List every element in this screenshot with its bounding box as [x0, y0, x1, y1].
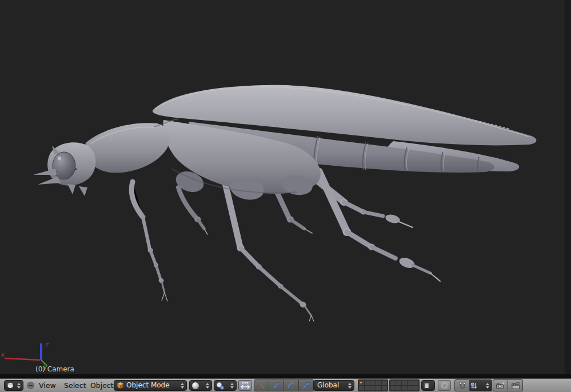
snap-element-stepper[interactable]	[484, 383, 492, 389]
active-camera-label: (0) Camera	[35, 365, 74, 373]
editor-type-selector[interactable]	[4, 380, 23, 391]
insect-leg-far-front	[178, 187, 207, 234]
scale-manipulator-button[interactable]	[299, 379, 314, 391]
orientation-value: Global	[317, 381, 342, 390]
rotate-arc-icon	[287, 381, 296, 390]
axis-x-label: x	[1, 351, 5, 358]
snap-element-dropdown[interactable]	[470, 379, 492, 391]
manipulate-centers-icon	[241, 381, 250, 390]
insect-leg-hind-lower	[319, 171, 440, 281]
active-layer-dot	[360, 381, 362, 384]
blender-window: x z y (0) Camera − View Select Object	[0, 0, 571, 392]
layer-buttons-group-1[interactable]	[358, 380, 388, 391]
insect-leg-mid	[224, 178, 314, 321]
scene-lock-button[interactable]	[421, 380, 435, 391]
pivot-stepper[interactable]	[228, 383, 236, 389]
viewport-edge	[0, 374, 571, 378]
median-point-icon	[216, 382, 224, 390]
minus-circle-icon: −	[27, 382, 34, 389]
mode-stepper[interactable]	[178, 383, 186, 389]
3d-viewport-cube-icon	[6, 382, 14, 390]
editor-type-stepper[interactable]	[15, 383, 23, 389]
scale-square-icon	[302, 381, 310, 390]
proportional-edit-button[interactable]	[438, 380, 451, 391]
magnet-icon	[458, 382, 466, 390]
insect-model-render[interactable]	[0, 0, 571, 374]
3d-viewport[interactable]: x z y (0) Camera	[0, 0, 571, 374]
clapperboard-icon	[511, 381, 520, 390]
scene-lock-chain-icon	[424, 382, 433, 390]
manipulator-axes-icon	[257, 381, 266, 390]
camera-frame-border	[565, 0, 571, 374]
layer-buttons-group-2[interactable]	[389, 380, 420, 391]
insect-leg-front	[131, 182, 167, 301]
menu-object[interactable]: Object	[88, 380, 116, 391]
solid-shading-sphere-icon	[191, 382, 199, 390]
translate-manipulator-button[interactable]	[269, 379, 284, 391]
manipulator-button-group	[254, 380, 314, 391]
opengl-render-button[interactable]	[493, 379, 508, 391]
interaction-mode-dropdown[interactable]: Object Mode	[114, 380, 187, 391]
manipulator-toggle-button[interactable]	[254, 379, 269, 391]
rotate-manipulator-button[interactable]	[284, 379, 299, 391]
snap-increment-icon	[470, 382, 478, 390]
viewport-shading-dropdown[interactable]	[189, 380, 212, 391]
opengl-render-anim-button[interactable]	[508, 379, 523, 391]
camera-star-icon	[496, 381, 505, 390]
proportional-circle-icon	[441, 382, 449, 390]
viewport-header: − View Select Object Object Mode	[0, 378, 571, 392]
translate-arrow-icon	[272, 381, 281, 390]
menu-view[interactable]: View	[37, 380, 58, 391]
orange-cube-icon	[117, 382, 124, 389]
collapse-menus-button[interactable]: −	[27, 380, 34, 391]
snap-toggle-button[interactable]	[454, 379, 470, 391]
snap-button-group	[454, 380, 492, 391]
pivot-point-dropdown[interactable]	[214, 380, 237, 391]
opengl-render-group	[493, 380, 523, 391]
interaction-mode-value: Object Mode	[124, 381, 173, 390]
manipulate-centers-toggle[interactable]	[238, 380, 252, 391]
menu-select[interactable]: Select	[62, 380, 89, 391]
layer-cell-active[interactable]	[359, 381, 364, 385]
axis-z-label: z	[45, 341, 49, 347]
orientation-stepper[interactable]	[346, 383, 354, 389]
shading-stepper[interactable]	[203, 383, 211, 389]
transform-orientation-dropdown[interactable]: Global	[313, 380, 354, 391]
